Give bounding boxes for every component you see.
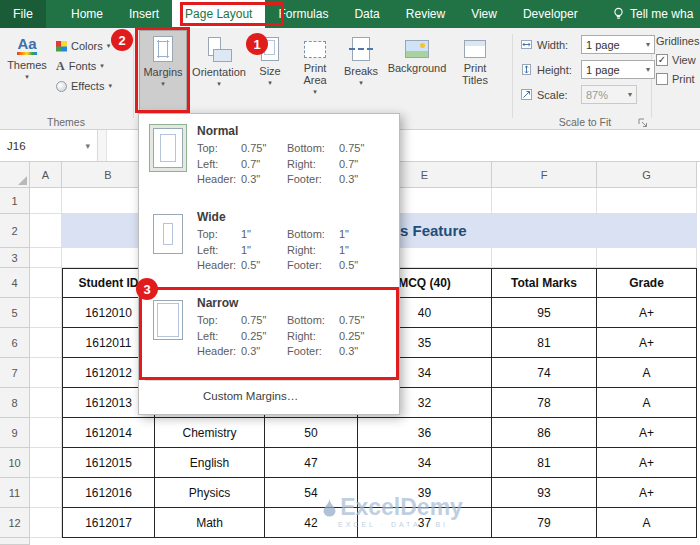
tab-file[interactable]: File: [0, 0, 46, 28]
tell-me-box[interactable]: Tell me wha: [612, 0, 693, 28]
cell[interactable]: 37: [358, 508, 492, 538]
cell[interactable]: [30, 268, 62, 298]
cell[interactable]: 1612015: [62, 448, 155, 478]
gridlines-view-checkbox-row[interactable]: ✓ View: [656, 54, 700, 66]
row-header[interactable]: 3: [0, 248, 30, 268]
cell[interactable]: A+: [597, 418, 697, 448]
cell[interactable]: A: [597, 508, 697, 538]
row-header[interactable]: 9: [0, 418, 30, 448]
cell[interactable]: 54: [265, 478, 358, 508]
cell[interactable]: [597, 248, 697, 268]
cell[interactable]: 42: [265, 508, 358, 538]
cell[interactable]: 36: [358, 418, 492, 448]
custom-margins-item[interactable]: Custom Margins…: [139, 385, 399, 407]
cell[interactable]: 1612017: [62, 508, 155, 538]
cell[interactable]: [30, 508, 62, 538]
row-header[interactable]: 1: [0, 188, 30, 214]
tab-home[interactable]: Home: [58, 0, 116, 28]
cell[interactable]: [30, 418, 62, 448]
height-select[interactable]: 1 page▾: [581, 60, 655, 79]
margins-option-wide[interactable]: Wide Top:1" Bottom:1" Left:1" Right:1" H…: [139, 204, 399, 290]
cell[interactable]: A+: [597, 478, 697, 508]
column-header-a[interactable]: A: [30, 162, 62, 188]
cell[interactable]: [30, 448, 62, 478]
cell[interactable]: A: [597, 358, 697, 388]
column-header-f[interactable]: F: [492, 162, 597, 188]
row-header[interactable]: 12: [0, 508, 30, 538]
name-box[interactable]: J16 ▾: [0, 130, 98, 161]
cell[interactable]: [30, 214, 62, 248]
cell[interactable]: A+: [597, 448, 697, 478]
select-all-corner[interactable]: [0, 162, 30, 188]
row-header[interactable]: 11: [0, 478, 30, 508]
width-select[interactable]: 1 page▾: [581, 35, 655, 54]
cell[interactable]: [30, 298, 62, 328]
cell[interactable]: 81: [492, 328, 597, 358]
cell[interactable]: [30, 248, 62, 268]
tab-formulas[interactable]: Formulas: [265, 0, 341, 28]
row-header[interactable]: 4: [0, 268, 30, 298]
margins-option-normal[interactable]: Normal Top:0.75" Bottom:0.75" Left:0.7" …: [139, 118, 399, 204]
cell[interactable]: [30, 188, 62, 214]
print-titles-button[interactable]: Print Titles: [453, 30, 497, 112]
cell[interactable]: [597, 188, 697, 214]
scale-spinner[interactable]: 87%▾: [581, 85, 637, 104]
row-header[interactable]: 2: [0, 214, 30, 248]
themes-button[interactable]: Aa Themes ▾: [4, 30, 50, 112]
breaks-button[interactable]: Breaks ▾: [341, 30, 381, 112]
cell[interactable]: 50: [265, 418, 358, 448]
cell[interactable]: A+: [597, 298, 697, 328]
cell[interactable]: 1612016: [62, 478, 155, 508]
cell[interactable]: Math: [155, 508, 265, 538]
checkbox-checked[interactable]: ✓: [656, 54, 668, 66]
row-header[interactable]: 5: [0, 298, 30, 328]
cell[interactable]: 81: [492, 448, 597, 478]
cell[interactable]: 78: [492, 388, 597, 418]
cell[interactable]: 34: [358, 448, 492, 478]
row-header[interactable]: 6: [0, 328, 30, 358]
cell[interactable]: 74: [492, 358, 597, 388]
cell[interactable]: 79: [492, 508, 597, 538]
tab-view[interactable]: View: [458, 0, 510, 28]
tab-page-layout[interactable]: Page Layout: [172, 0, 265, 28]
cell[interactable]: [30, 478, 62, 508]
tab-insert[interactable]: Insert: [116, 0, 172, 28]
cell[interactable]: [492, 188, 597, 214]
print-area-button[interactable]: Print Area ▾: [293, 30, 337, 112]
cell[interactable]: A+: [597, 328, 697, 358]
fonts-button[interactable]: A Fonts▾: [56, 60, 112, 72]
cell-total-marks-header[interactable]: Total Marks: [492, 268, 597, 298]
margins-option-narrow[interactable]: Narrow Top:0.75" Bottom:0.75" Left:0.25"…: [139, 290, 399, 376]
cell[interactable]: 86: [492, 418, 597, 448]
cell[interactable]: 93: [492, 478, 597, 508]
row-header[interactable]: 8: [0, 388, 30, 418]
tab-review[interactable]: Review: [393, 0, 458, 28]
checkbox-unchecked[interactable]: [656, 73, 668, 85]
cell[interactable]: 47: [265, 448, 358, 478]
background-button[interactable]: Background: [385, 30, 449, 112]
scale-dialog-launcher[interactable]: [638, 117, 648, 131]
cell[interactable]: A: [597, 388, 697, 418]
cell[interactable]: 39: [358, 478, 492, 508]
size-button[interactable]: Size ▾: [251, 30, 289, 112]
orientation-button[interactable]: Orientation ▾: [191, 30, 247, 112]
row-header[interactable]: 7: [0, 358, 30, 388]
margins-button[interactable]: Margins ▾: [139, 30, 187, 112]
cell[interactable]: [30, 358, 62, 388]
effects-button[interactable]: Effects▾: [56, 80, 112, 92]
cell[interactable]: 1612014: [62, 418, 155, 448]
cell[interactable]: [492, 248, 597, 268]
gridlines-print-checkbox-row[interactable]: Print: [656, 73, 700, 85]
column-header-g[interactable]: G: [597, 162, 697, 188]
cell[interactable]: [30, 328, 62, 358]
cell[interactable]: Chemistry: [155, 418, 265, 448]
tab-developer[interactable]: Developer: [510, 0, 591, 28]
row-header[interactable]: [0, 538, 30, 545]
row-header[interactable]: 10: [0, 448, 30, 478]
cell-grade-header[interactable]: Grade: [597, 268, 697, 298]
colors-button[interactable]: Colors▾: [56, 40, 112, 52]
cell[interactable]: [30, 388, 62, 418]
cell[interactable]: English: [155, 448, 265, 478]
tab-data[interactable]: Data: [341, 0, 392, 28]
cell[interactable]: Physics: [155, 478, 265, 508]
